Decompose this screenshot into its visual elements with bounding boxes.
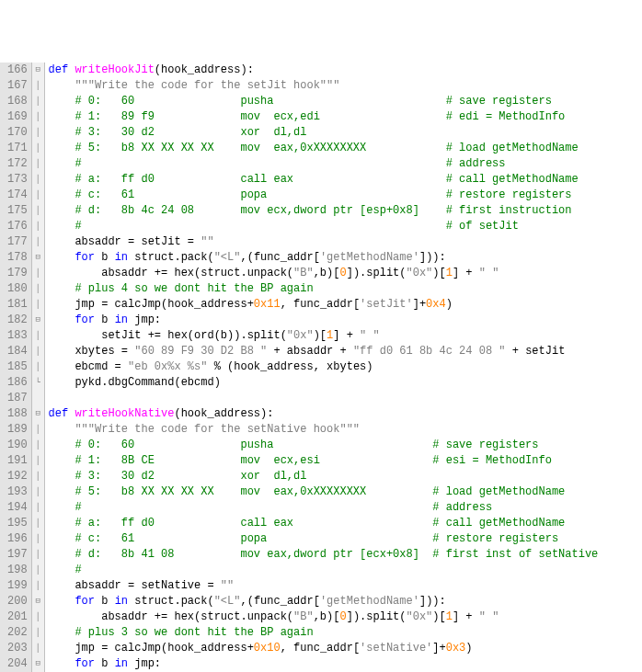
- code-line[interactable]: # # address: [49, 156, 599, 172]
- line-number: 200: [7, 594, 28, 609]
- fold-marker[interactable]: │: [32, 172, 44, 188]
- token-op: jmp:: [128, 313, 161, 326]
- code-line[interactable]: for b in struct.pack("<L",(func_addr['ge…: [49, 250, 599, 266]
- fold-marker[interactable]: ⊟: [32, 406, 44, 422]
- code-line[interactable]: absaddr += hex(struct.unpack("B",b)[0]).…: [49, 266, 599, 281]
- code-line[interactable]: # 1: 89 f9 mov ecx,edi # edi = MethodInf…: [49, 109, 599, 125]
- code-line[interactable]: # 3: 30 d2 xor dl,dl: [49, 125, 599, 141]
- code-editor[interactable]: 1661671681691701711721731741751761771781…: [0, 63, 642, 672]
- fold-marker[interactable]: │: [32, 219, 44, 234]
- code-line[interactable]: # 0: 60 pusha # save registers: [49, 94, 599, 109]
- code-line[interactable]: # c: 61 popa # restore registers: [49, 188, 599, 203]
- token-op: (hook_address):: [155, 63, 254, 76]
- fold-marker[interactable]: │: [32, 641, 44, 656]
- fold-marker[interactable]: │: [32, 344, 44, 359]
- fold-marker[interactable]: │: [32, 297, 44, 313]
- fold-marker[interactable]: │: [32, 156, 44, 172]
- fold-marker[interactable]: │: [32, 453, 44, 469]
- code-line[interactable]: absaddr = setNative = "": [49, 578, 599, 594]
- code-line[interactable]: def writeHookNative(hook_address):: [49, 406, 599, 422]
- fold-marker[interactable]: [32, 391, 44, 406]
- code-line[interactable]: """Write the code for the setJit hook""": [49, 78, 599, 94]
- fold-marker[interactable]: │: [32, 516, 44, 531]
- fold-marker[interactable]: │: [32, 125, 44, 141]
- code-line[interactable]: xbytes = "60 89 F9 30 D2 B8 " + absaddr …: [49, 344, 599, 359]
- token-op: [49, 173, 75, 186]
- token-op: absaddr = setNative =: [49, 579, 221, 592]
- token-op: [49, 501, 75, 514]
- fold-marker[interactable]: │: [32, 359, 44, 375]
- line-number: 201: [7, 609, 28, 625]
- fold-marker[interactable]: │: [32, 578, 44, 594]
- fold-marker[interactable]: ⊟: [32, 594, 44, 609]
- fold-marker[interactable]: └: [32, 375, 44, 391]
- code-line[interactable]: # 5: b8 XX XX XX XX mov eax,0xXXXXXXXX #…: [49, 484, 599, 500]
- code-line[interactable]: for b in struct.pack("<L",(func_addr['ge…: [49, 594, 599, 609]
- fold-marker[interactable]: │: [32, 109, 44, 125]
- code-line[interactable]: jmp = calcJmp(hook_address+0x10, func_ad…: [49, 641, 599, 656]
- fold-marker[interactable]: │: [32, 500, 44, 516]
- fold-gutter[interactable]: ⊟│││││││││││⊟│││⊟│││└⊟│││││││││││⊟│││⊟││…: [32, 63, 45, 672]
- token-op: b: [95, 251, 115, 264]
- code-line[interactable]: # # of setJit: [49, 219, 599, 234]
- fold-marker[interactable]: │: [32, 484, 44, 500]
- code-line[interactable]: # c: 61 popa # restore registers: [49, 531, 599, 547]
- code-line[interactable]: for b in jmp:: [49, 313, 599, 328]
- code-line[interactable]: absaddr = setJit = "": [49, 234, 599, 250]
- fold-marker[interactable]: ⊟: [32, 656, 44, 672]
- fold-marker[interactable]: │: [32, 438, 44, 453]
- fold-marker[interactable]: │: [32, 563, 44, 578]
- token-op: ]).split(: [347, 267, 407, 279]
- token-op: [49, 470, 75, 483]
- fold-marker[interactable]: │: [32, 234, 44, 250]
- fold-marker[interactable]: │: [32, 188, 44, 203]
- code-line[interactable]: # 3: 30 d2 xor dl,dl: [49, 469, 599, 484]
- code-line[interactable]: absaddr += hex(struct.unpack("B",b)[0]).…: [49, 609, 599, 625]
- code-line[interactable]: setJit += hex(ord(b)).split("0x")[1] + "…: [49, 328, 599, 344]
- token-str: """Write the code for the setNative hook…: [75, 423, 360, 436]
- fold-marker[interactable]: ⊟: [32, 250, 44, 266]
- code-line[interactable]: ebcmd = "eb 0x%x %s" % (hook_address, xb…: [49, 359, 599, 375]
- code-line[interactable]: # plus 4 so we dont hit the BP again: [49, 281, 599, 297]
- fold-marker[interactable]: │: [32, 609, 44, 625]
- token-op: [49, 595, 75, 608]
- code-line[interactable]: # 5: b8 XX XX XX XX mov eax,0xXXXXXXXX #…: [49, 141, 599, 156]
- fold-marker[interactable]: │: [32, 547, 44, 563]
- fold-marker[interactable]: │: [32, 203, 44, 219]
- fold-marker[interactable]: │: [32, 469, 44, 484]
- code-line[interactable]: # # address: [49, 500, 599, 516]
- token-kw: for: [75, 595, 95, 608]
- token-op: [49, 532, 75, 545]
- token-com: # c: 61 popa # restore registers: [75, 188, 571, 201]
- code-line[interactable]: def writeHookJit(hook_address):: [49, 63, 599, 78]
- code-line[interactable]: for b in jmp:: [49, 656, 599, 672]
- code-line[interactable]: #: [49, 563, 599, 578]
- fold-marker[interactable]: │: [32, 422, 44, 438]
- code-line[interactable]: # d: 8b 41 08 mov eax,dword ptr [ecx+0x8…: [49, 547, 599, 563]
- code-line[interactable]: # a: ff d0 call eax # call getMethodName: [49, 516, 599, 531]
- fold-marker[interactable]: │: [32, 328, 44, 344]
- fold-marker[interactable]: │: [32, 266, 44, 281]
- token-str: "0x": [287, 329, 314, 342]
- code-line[interactable]: [49, 391, 599, 406]
- token-str: " ": [360, 329, 380, 342]
- fold-marker[interactable]: ⊟: [32, 313, 44, 328]
- code-line[interactable]: # d: 8b 4c 24 08 mov ecx,dword ptr [esp+…: [49, 203, 599, 219]
- fold-marker[interactable]: │: [32, 625, 44, 641]
- code-line[interactable]: # 0: 60 pusha # save registers: [49, 438, 599, 453]
- line-number: 191: [7, 453, 28, 469]
- code-line[interactable]: jmp = calcJmp(hook_address+0x11, func_ad…: [49, 297, 599, 313]
- code-line[interactable]: """Write the code for the setNative hook…: [49, 422, 599, 438]
- fold-marker[interactable]: ⊟: [32, 63, 44, 78]
- code-line[interactable]: pykd.dbgCommand(ebcmd): [49, 375, 599, 391]
- fold-marker[interactable]: │: [32, 531, 44, 547]
- code-line[interactable]: # a: ff d0 call eax # call getMethodName: [49, 172, 599, 188]
- fold-marker[interactable]: │: [32, 78, 44, 94]
- line-number: 167: [7, 78, 28, 94]
- fold-marker[interactable]: │: [32, 141, 44, 156]
- code-line[interactable]: # plus 3 so we dont hit the BP again: [49, 625, 599, 641]
- fold-marker[interactable]: │: [32, 94, 44, 109]
- code-area[interactable]: def writeHookJit(hook_address): """Write…: [45, 63, 599, 672]
- fold-marker[interactable]: │: [32, 281, 44, 297]
- code-line[interactable]: # 1: 8B CE mov ecx,esi # esi = MethodInf…: [49, 453, 599, 469]
